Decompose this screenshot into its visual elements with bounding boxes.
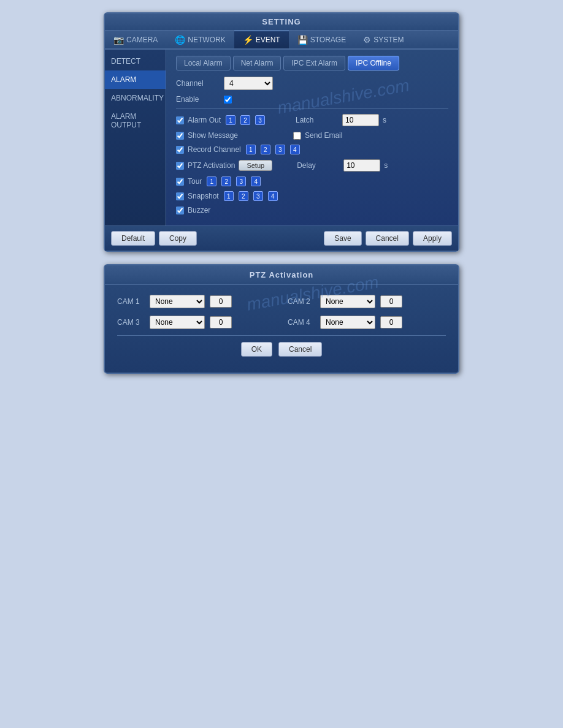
alarm-out-label: Alarm Out — [188, 116, 221, 124]
cam4-select[interactable]: None Preset Tour Pattern — [320, 316, 375, 329]
tour-num-3[interactable]: 3 — [236, 176, 246, 186]
alarm-out-row: Alarm Out 1 2 3 — [176, 115, 265, 125]
tour-label: Tour — [188, 177, 202, 186]
snapshot-label: Snapshot — [188, 192, 219, 200]
event-icon: ⚡ — [243, 35, 253, 45]
snapshot-num-2[interactable]: 2 — [239, 191, 248, 201]
delay-input[interactable] — [343, 159, 380, 172]
ptz-grid: CAM 1 None Preset Tour Pattern CAM 2 Non… — [117, 295, 446, 329]
snapshot-checkbox[interactable] — [176, 192, 184, 200]
tour-checkbox[interactable] — [176, 178, 184, 186]
ptz-ok-button[interactable]: OK — [241, 342, 272, 357]
tab-ipc-offline[interactable]: IPC Offline — [348, 56, 399, 70]
network-icon: 🌐 — [175, 35, 185, 45]
tour-num-2[interactable]: 2 — [221, 176, 231, 186]
buzzer-row: Buzzer — [176, 206, 448, 214]
sidebar-abnormality[interactable]: ABNORMALITY — [105, 89, 166, 107]
cam2-row: CAM 2 None Preset Tour Pattern — [288, 295, 446, 308]
send-email-label: Send Email — [305, 131, 342, 140]
top-nav: 📷 CAMERA 🌐 NETWORK ⚡ EVENT 💾 STORAGE ⚙ S… — [105, 31, 458, 50]
ptz-label: PTZ Activation — [188, 161, 235, 170]
buzzer-label: Buzzer — [188, 206, 210, 214]
sidebar-detect[interactable]: DETECT — [105, 52, 166, 70]
snapshot-row: Snapshot 1 2 3 4 — [176, 191, 448, 201]
content-area: DETECT ALARM ABNORMALITY ALARM OUTPUT Lo… — [105, 50, 458, 226]
tour-num-1[interactable]: 1 — [207, 176, 216, 186]
cam4-value[interactable] — [380, 316, 402, 328]
enable-label: Enable — [176, 95, 219, 104]
alarm-num-3[interactable]: 3 — [255, 115, 265, 125]
nav-event[interactable]: ⚡ EVENT — [234, 31, 289, 48]
ptz-activation-row: PTZ Activation Setup — [176, 160, 272, 171]
panel-title: SETTING — [105, 13, 458, 31]
save-button[interactable]: Save — [324, 231, 361, 246]
buzzer-checkbox[interactable] — [176, 207, 184, 214]
default-button[interactable]: Default — [111, 231, 155, 246]
storage-icon: 💾 — [297, 35, 308, 45]
channel-row: Channel 4 1 2 3 — [176, 77, 448, 90]
enable-row: Enable — [176, 95, 448, 104]
sidebar-alarm-output[interactable]: ALARM OUTPUT — [105, 107, 166, 134]
delay-unit: s — [384, 161, 388, 170]
cam1-value[interactable] — [210, 295, 232, 308]
sidebar-alarm[interactable]: ALARM — [105, 70, 166, 89]
cam2-label: CAM 2 — [288, 297, 315, 306]
channel-select[interactable]: 4 1 2 3 — [224, 77, 273, 90]
cam2-select[interactable]: None Preset Tour Pattern — [320, 295, 375, 308]
nav-system[interactable]: ⚙ SYSTEM — [354, 31, 412, 48]
cancel-button[interactable]: Cancel — [366, 231, 409, 246]
snapshot-num-1[interactable]: 1 — [224, 191, 234, 201]
cam1-row: CAM 1 None Preset Tour Pattern — [117, 295, 275, 308]
show-message-checkbox[interactable] — [176, 132, 184, 140]
record-channel-label: Record Channel — [188, 145, 241, 154]
tour-num-4[interactable]: 4 — [251, 176, 261, 186]
alarm-num-2[interactable]: 2 — [240, 115, 250, 125]
enable-checkbox[interactable] — [224, 96, 232, 104]
send-email-checkbox[interactable] — [293, 132, 301, 140]
tab-ipc-ext[interactable]: IPC Ext Alarm — [283, 56, 345, 70]
record-num-1[interactable]: 1 — [246, 145, 256, 154]
tab-local-alarm[interactable]: Local Alarm — [176, 56, 231, 70]
cam3-label: CAM 3 — [117, 318, 145, 327]
ptz-footer: OK Cancel — [117, 335, 446, 363]
setting-panel: manualshive.com SETTING 📷 CAMERA 🌐 NETWO… — [104, 12, 459, 252]
left-buttons: Default Copy — [111, 231, 197, 246]
record-num-2[interactable]: 2 — [261, 145, 270, 154]
record-channel-checkbox[interactable] — [176, 146, 184, 154]
cam1-select[interactable]: None Preset Tour Pattern — [150, 295, 205, 308]
apply-button[interactable]: Apply — [413, 231, 452, 246]
ptz-cancel-button[interactable]: Cancel — [278, 342, 322, 357]
cam3-value[interactable] — [210, 316, 232, 328]
cam2-value[interactable] — [380, 295, 402, 308]
send-email-row: Send Email — [293, 131, 342, 140]
camera-icon: 📷 — [113, 35, 124, 45]
snapshot-num-3[interactable]: 3 — [253, 191, 263, 201]
snapshot-num-4[interactable]: 4 — [268, 191, 278, 201]
ptz-checkbox[interactable] — [176, 162, 184, 170]
copy-button[interactable]: Copy — [159, 231, 197, 246]
cam4-row: CAM 4 None Preset Tour Pattern — [288, 316, 446, 329]
nav-storage[interactable]: 💾 STORAGE — [289, 31, 354, 48]
tab-net-alarm[interactable]: Net Alarm — [233, 56, 282, 70]
latch-unit: s — [383, 116, 386, 124]
sub-tabs: Local Alarm Net Alarm IPC Ext Alarm IPC … — [176, 56, 448, 70]
channel-label: Channel — [176, 79, 219, 88]
cam4-label: CAM 4 — [288, 318, 315, 327]
cam3-row: CAM 3 None Preset Tour Pattern — [117, 316, 275, 329]
setup-button[interactable]: Setup — [239, 160, 272, 171]
nav-network[interactable]: 🌐 NETWORK — [166, 31, 234, 48]
alarm-out-checkbox[interactable] — [176, 116, 184, 124]
record-num-4[interactable]: 4 — [290, 145, 300, 154]
ptz-content: CAM 1 None Preset Tour Pattern CAM 2 Non… — [105, 285, 458, 373]
sidebar: DETECT ALARM ABNORMALITY ALARM OUTPUT — [105, 50, 166, 226]
latch-input[interactable] — [342, 114, 379, 126]
show-message-row: Show Message — [176, 131, 238, 140]
record-num-3[interactable]: 3 — [275, 145, 285, 154]
tour-row: Tour 1 2 3 4 — [176, 176, 448, 186]
nav-camera[interactable]: 📷 CAMERA — [105, 31, 166, 48]
alarm-num-1[interactable]: 1 — [226, 115, 236, 125]
ptz-title: PTZ Activation — [105, 265, 458, 285]
bottom-bar: Default Copy Save Cancel Apply — [105, 226, 458, 251]
show-message-label: Show Message — [188, 131, 238, 140]
cam3-select[interactable]: None Preset Tour Pattern — [150, 316, 205, 329]
